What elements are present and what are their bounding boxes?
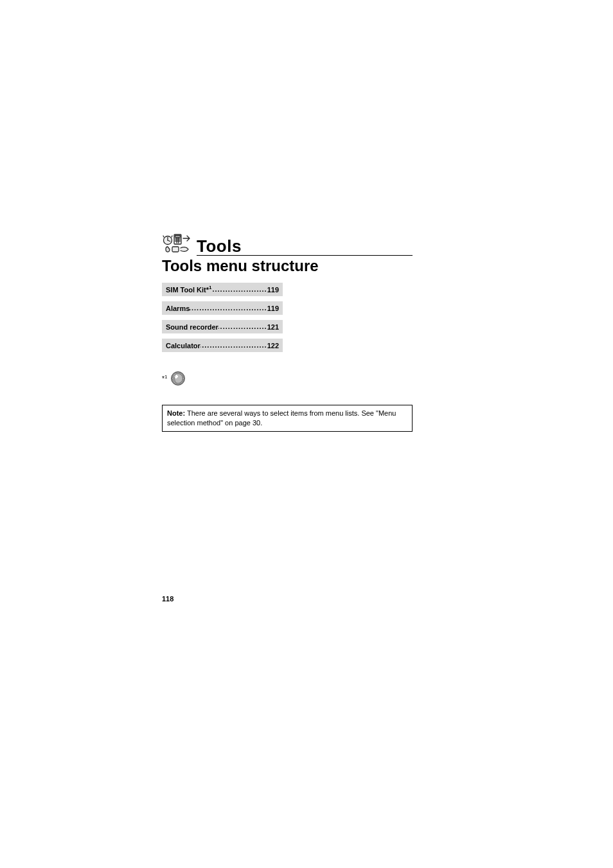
toc-item-page: 122 — [267, 342, 279, 350]
toc-item-page: 119 — [267, 305, 279, 312]
note-text: There are several ways to select items f… — [167, 409, 396, 427]
note-label: Note: — [167, 409, 185, 417]
toc-leader-dots — [190, 304, 267, 311]
toc-item-label: Calculator — [166, 342, 200, 350]
toc-item-label: Sound recorder — [166, 323, 218, 331]
toc-item: SIM Tool Kit*1 119 — [162, 283, 283, 296]
note-box: Note: There are several ways to select i… — [162, 405, 413, 432]
chapter-header: Tools — [162, 233, 413, 256]
toc-leader-dots — [218, 323, 267, 330]
tools-icon — [162, 233, 191, 256]
chapter-title: Tools — [197, 238, 413, 256]
svg-rect-9 — [172, 247, 179, 252]
toc-leader-dots — [200, 341, 267, 348]
toc-list: SIM Tool Kit*1 119 Alarms 119 Sound reco… — [162, 283, 283, 352]
toc-item: Sound recorder 121 — [162, 320, 283, 333]
page-number: 118 — [162, 595, 173, 603]
svg-rect-4 — [175, 236, 181, 238]
toc-item-page: 119 — [267, 286, 279, 294]
toc-item: Alarms 119 — [162, 301, 283, 315]
toc-item: Calculator 122 — [162, 339, 283, 352]
toc-item-page: 121 — [267, 323, 279, 331]
chapter-title-wrap: Tools — [197, 238, 413, 256]
toc-leader-dots — [211, 285, 267, 292]
page-content: Tools Tools menu structure SIM Tool Kit*… — [162, 233, 413, 432]
toc-item-label: Alarms — [166, 305, 190, 312]
section-title: Tools menu structure — [162, 257, 413, 275]
footnote: *1 — [162, 371, 413, 385]
footnote-marker: *1 — [162, 374, 167, 382]
toc-item-label: SIM Tool Kit*1 — [166, 286, 211, 294]
globe-icon — [171, 371, 185, 385]
